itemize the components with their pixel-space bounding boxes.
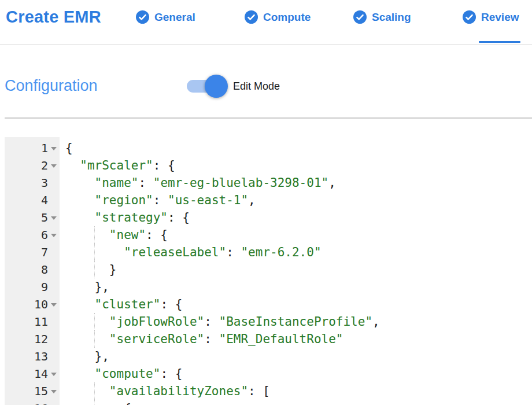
gutter-row-12: 12 bbox=[5, 330, 60, 348]
toggle-knob bbox=[205, 75, 228, 98]
code-line-13[interactable]: }, bbox=[60, 348, 527, 365]
check-circle-icon bbox=[463, 10, 476, 24]
gutter-row-16: 16 bbox=[5, 400, 60, 405]
gutter-row-4: 4 bbox=[5, 192, 60, 209]
line-number: 5 bbox=[5, 211, 48, 224]
tab-compute[interactable]: Compute bbox=[245, 10, 311, 43]
gutter-row-5: 5 bbox=[5, 209, 60, 226]
editor-gutter: 12345678910111213141516 bbox=[5, 137, 60, 405]
gutter-row-7: 7 bbox=[5, 244, 60, 261]
check-circle-icon bbox=[353, 10, 367, 24]
line-number: 1 bbox=[5, 141, 48, 155]
gutter-row-14: 14 bbox=[5, 365, 60, 382]
code-line-3[interactable]: "name": "emr-eg-bluelab-3298-01", bbox=[60, 174, 527, 192]
fold-toggle-icon[interactable] bbox=[48, 215, 60, 220]
edit-mode-label: Edit Mode bbox=[233, 80, 280, 93]
line-number: 9 bbox=[5, 280, 48, 294]
tab-general[interactable]: General bbox=[136, 10, 195, 43]
fold-toggle-icon[interactable] bbox=[48, 389, 60, 393]
fold-toggle-icon[interactable] bbox=[48, 146, 60, 150]
gutter-row-9: 9 bbox=[5, 278, 60, 296]
code-line-1[interactable]: { bbox=[60, 139, 527, 157]
gutter-row-1: 1 bbox=[5, 139, 60, 157]
step-label: Review bbox=[481, 10, 519, 24]
check-circle-icon bbox=[136, 10, 149, 24]
code-line-16[interactable]: { bbox=[60, 400, 527, 405]
fold-toggle-icon[interactable] bbox=[48, 163, 60, 168]
code-line-10[interactable]: "cluster": { bbox=[60, 296, 527, 313]
gutter-row-6: 6 bbox=[5, 226, 60, 244]
code-line-11[interactable]: "jobFlowRole": "BaseInstanceProfile", bbox=[60, 313, 527, 330]
code-line-6[interactable]: "new": { bbox=[60, 226, 527, 244]
gutter-row-8: 8 bbox=[5, 261, 60, 278]
code-line-4[interactable]: "region": "us-east-1", bbox=[60, 192, 527, 209]
step-label: Compute bbox=[263, 10, 311, 24]
code-line-2[interactable]: "mrScaler": { bbox=[60, 157, 527, 174]
code-line-7[interactable]: "releaseLabel": "emr-6.2.0" bbox=[60, 244, 527, 261]
line-number: 4 bbox=[5, 193, 48, 207]
line-number: 2 bbox=[5, 159, 48, 172]
gutter-row-15: 15 bbox=[5, 382, 60, 400]
fold-toggle-icon[interactable] bbox=[48, 233, 60, 237]
gutter-row-2: 2 bbox=[5, 157, 60, 174]
gutter-row-11: 11 bbox=[5, 313, 60, 330]
line-number: 10 bbox=[5, 297, 48, 311]
line-number: 14 bbox=[5, 367, 48, 381]
line-number: 3 bbox=[5, 176, 48, 190]
line-number: 11 bbox=[5, 315, 48, 329]
code-line-12[interactable]: "serviceRole": "EMR_DefaultRole" bbox=[60, 330, 527, 348]
line-number: 7 bbox=[5, 245, 48, 259]
line-number: 13 bbox=[5, 349, 48, 363]
tab-review[interactable]: Review bbox=[463, 10, 519, 43]
wizard-header: Create EMR General Compute Scaling Revie… bbox=[0, 0, 532, 45]
line-number: 15 bbox=[5, 384, 48, 398]
code-line-14[interactable]: "compute": { bbox=[60, 365, 527, 382]
edit-mode-toggle[interactable] bbox=[187, 80, 227, 93]
fold-toggle-icon[interactable] bbox=[48, 302, 60, 307]
check-circle-icon bbox=[245, 10, 258, 24]
line-number: 16 bbox=[5, 402, 48, 405]
step-label: General bbox=[154, 10, 195, 24]
line-number: 12 bbox=[5, 332, 48, 346]
step-label: Scaling bbox=[372, 10, 411, 24]
code-line-5[interactable]: "strategy": { bbox=[60, 209, 527, 226]
page-title: Create EMR bbox=[6, 8, 101, 27]
json-code-editor[interactable]: 12345678910111213141516 { "mrScaler": { … bbox=[5, 137, 527, 405]
code-line-8[interactable]: } bbox=[60, 261, 527, 278]
line-number: 6 bbox=[5, 228, 48, 242]
gutter-row-3: 3 bbox=[5, 174, 60, 192]
gutter-row-10: 10 bbox=[5, 296, 60, 313]
line-number: 8 bbox=[5, 263, 48, 277]
tab-scaling[interactable]: Scaling bbox=[353, 10, 411, 43]
fold-toggle-icon[interactable] bbox=[48, 371, 60, 376]
code-line-9[interactable]: }, bbox=[60, 278, 527, 296]
create-emr-page: Create EMR General Compute Scaling Revie… bbox=[0, 0, 532, 405]
gutter-row-13: 13 bbox=[5, 348, 60, 365]
code-line-15[interactable]: "availabilityZones": [ bbox=[60, 382, 527, 400]
section-divider bbox=[5, 117, 532, 119]
configuration-heading: Configuration bbox=[5, 77, 98, 95]
editor-code-area[interactable]: { "mrScaler": { "name": "emr-eg-bluelab-… bbox=[60, 137, 527, 405]
